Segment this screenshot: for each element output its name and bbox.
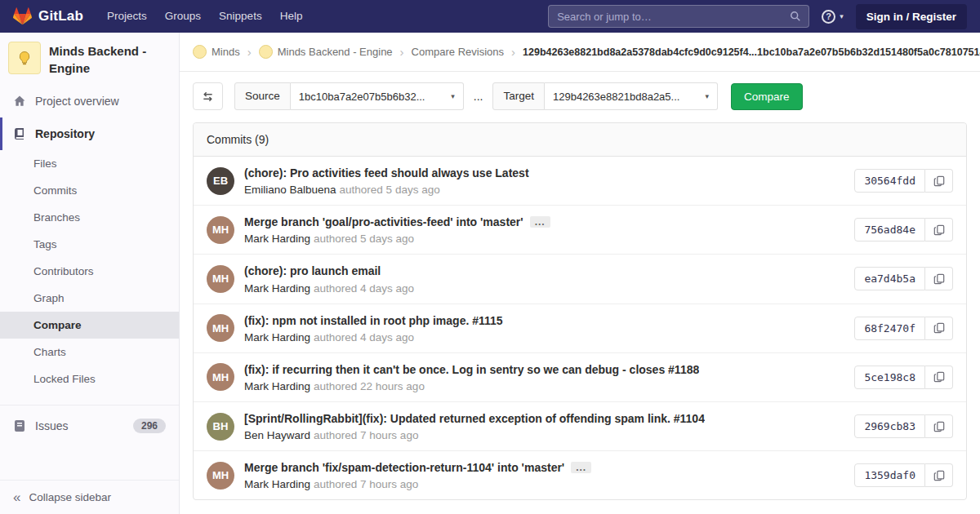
repository-subnav: FilesCommitsBranchesTagsContributorsGrap… [0, 150, 179, 394]
sidebar-item-label: Repository [35, 127, 95, 140]
search-input[interactable] [549, 6, 808, 27]
commit-sha-link[interactable]: 68f2470f [854, 317, 925, 340]
commit-title-link[interactable]: Merge branch 'goal/pro-activities-feed' … [244, 215, 523, 229]
sidebar-item-commits[interactable]: Commits [0, 177, 179, 204]
nav-item-help[interactable]: Help [271, 0, 312, 33]
commit-title-link[interactable]: [Sprint/RollingRabbit](fix): Updated ret… [244, 411, 705, 426]
breadcrumb-item-minds[interactable]: Minds [193, 45, 240, 59]
sidebar-item-contributors[interactable]: Contributors [0, 258, 179, 285]
copy-sha-button[interactable] [925, 366, 953, 389]
breadcrumb-item-compare-revisions[interactable]: Compare Revisions [412, 46, 504, 58]
target-ref-dropdown[interactable]: 129b4263e8821bd8a2a5... ▾ [545, 82, 718, 110]
commit-sha-link[interactable]: 2969cb83 [854, 414, 925, 438]
breadcrumb-item-minds-backend-engine[interactable]: Minds Backend - Engine [259, 45, 393, 59]
commit-title-line: Merge branch 'fix/spam-detection-return-… [244, 460, 841, 475]
project-avatar-icon [259, 45, 273, 59]
sidebar-item-compare[interactable]: Compare [0, 312, 179, 339]
commit-title-line: Merge branch 'goal/pro-activities-feed' … [244, 215, 841, 229]
source-selector: Source 1bc10ba7a2e07b5b6b32... ▾ [234, 82, 464, 110]
commit-authored-time: authored 4 days ago [314, 282, 414, 295]
commit-sha-link[interactable]: 1359daf0 [854, 463, 925, 487]
commit-author-link[interactable]: Ben Hayward [244, 429, 310, 441]
nav-item-groups[interactable]: Groups [156, 0, 210, 33]
source-ref-dropdown[interactable]: 1bc10ba7a2e07b5b6b32... ▾ [291, 82, 464, 110]
copy-sha-button[interactable] [925, 317, 953, 340]
commit-author-avatar[interactable]: EB [207, 167, 234, 195]
commit-sha-link[interactable]: 756ad84e [854, 218, 925, 241]
commit-sha-group: 1359daf0 [854, 463, 953, 487]
search-icon [790, 11, 801, 22]
commit-meta: Mark Hardingauthored 5 days ago [244, 233, 841, 245]
commit-title-link[interactable]: (chore): Pro activities feed should alwa… [244, 166, 529, 180]
navbar-right: ? ▾ Sign in / Register [548, 4, 967, 29]
commit-row: MHMerge branch 'goal/pro-activities-feed… [194, 206, 966, 255]
commit-row: MH(chore): pro launch emailMark Hardinga… [194, 255, 966, 304]
sidebar-nav: Project overview Repository FilesCommits… [0, 85, 179, 442]
sidebar-item-graph[interactable]: Graph [0, 285, 179, 312]
sidebar-item-repository[interactable]: Repository [0, 117, 179, 150]
sign-in-button[interactable]: Sign in / Register [856, 4, 967, 29]
commit-author-avatar[interactable]: MH [207, 363, 234, 391]
sidebar-item-label: Project overview [35, 95, 119, 108]
compare-button[interactable]: Compare [731, 83, 803, 110]
commit-sha-group: ea7d4b5a [854, 267, 953, 290]
commit-author-link[interactable]: Mark Harding [244, 233, 310, 245]
commit-meta: Mark Hardingauthored 4 days ago [244, 331, 841, 343]
repository-section: Repository FilesCommitsBranchesTagsContr… [0, 117, 179, 394]
commit-author-avatar[interactable]: MH [207, 314, 234, 342]
copy-icon [933, 175, 945, 187]
commit-author-link[interactable]: Emiliano Balbuena [244, 184, 336, 196]
compare-form: Source 1bc10ba7a2e07b5b6b32... ▾ ... Tar… [180, 72, 980, 122]
sidebar-item-project-overview[interactable]: Project overview [0, 85, 179, 117]
commit-sha-link[interactable]: 30564fdd [854, 169, 925, 193]
commit-title-link[interactable]: (chore): pro launch email [244, 264, 381, 278]
nav-item-projects[interactable]: Projects [98, 0, 156, 33]
copy-sha-button[interactable] [925, 267, 953, 290]
commit-sha-group: 756ad84e [854, 218, 953, 241]
issues-section: Issues 296 [0, 405, 179, 442]
commit-row: MHMerge branch 'fix/spam-detection-retur… [194, 451, 966, 499]
commit-sha-group: 68f2470f [854, 317, 953, 340]
commit-title-line: (fix): npm not installed in root php ima… [244, 313, 841, 328]
sidebar-item-issues[interactable]: Issues 296 [0, 410, 179, 442]
commit-author-link[interactable]: Mark Harding [244, 380, 310, 392]
commit-title-link[interactable]: (fix): if recurring then it can't be onc… [244, 362, 699, 377]
commit-author-link[interactable]: Mark Harding [244, 478, 310, 490]
commit-row: MH(fix): if recurring then it can't be o… [194, 353, 966, 402]
commit-author-avatar[interactable]: MH [207, 462, 234, 490]
commit-title-link[interactable]: Merge branch 'fix/spam-detection-return-… [244, 460, 564, 475]
copy-sha-button[interactable] [925, 414, 953, 438]
nav-item-snippets[interactable]: Snippets [210, 0, 271, 33]
breadcrumb-label: Minds Backend - Engine [278, 46, 393, 58]
commit-info: Merge branch 'fix/spam-detection-return-… [244, 460, 841, 490]
commit-author-avatar[interactable]: MH [207, 216, 234, 244]
commit-meta: Ben Haywardauthored 7 hours ago [244, 429, 841, 441]
copy-sha-button[interactable] [925, 218, 953, 241]
sidebar-item-tags[interactable]: Tags [0, 231, 179, 258]
sidebar-item-branches[interactable]: Branches [0, 204, 179, 231]
commit-title-link[interactable]: (fix): npm not installed in root php ima… [244, 313, 503, 328]
commit-author-avatar[interactable]: MH [207, 265, 234, 293]
help-menu-button[interactable]: ? ▾ [822, 10, 844, 24]
source-label: Source [234, 82, 291, 110]
sidebar-item-charts[interactable]: Charts [0, 339, 179, 366]
commit-author-link[interactable]: Mark Harding [244, 282, 310, 295]
commit-title-line: (chore): Pro activities feed should alwa… [244, 166, 841, 180]
commit-author-avatar[interactable]: BH [207, 413, 234, 441]
ellipsis-expander-button[interactable]: ... [571, 462, 591, 473]
swap-revisions-button[interactable] [193, 82, 223, 110]
ellipsis-expander-button[interactable]: ... [530, 216, 550, 228]
commit-sha-link[interactable]: 5ce198c8 [854, 366, 925, 389]
sidebar-project-link[interactable]: Minds Backend - Engine [0, 33, 179, 85]
copy-sha-button[interactable] [925, 463, 953, 487]
commit-sha-link[interactable]: ea7d4b5a [854, 267, 925, 290]
collapse-sidebar-button[interactable]: « Collapse sidebar [0, 480, 179, 514]
commit-author-link[interactable]: Mark Harding [244, 331, 310, 343]
commit-authored-time: authored 7 hours ago [314, 478, 418, 490]
copy-sha-button[interactable] [925, 169, 953, 193]
sidebar-item-files[interactable]: Files [0, 150, 179, 177]
commit-meta: Mark Hardingauthored 7 hours ago [244, 478, 841, 490]
gitlab-home-link[interactable]: GitLab [13, 7, 83, 25]
sidebar-item-locked-files[interactable]: Locked Files [0, 366, 179, 392]
sidebar: Minds Backend - Engine Project overview … [0, 33, 180, 514]
